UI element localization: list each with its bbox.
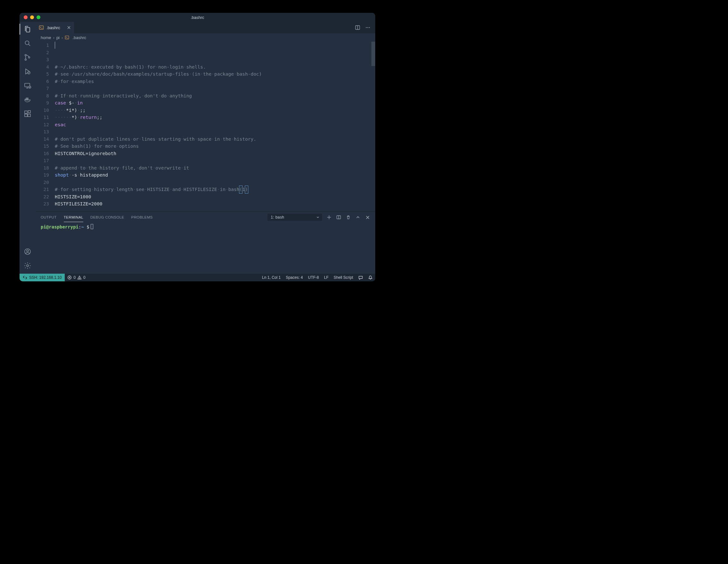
svg-point-18 (27, 250, 29, 252)
code-line[interactable]: case·$-·in (55, 99, 375, 107)
svg-point-27 (369, 27, 370, 28)
svg-point-25 (366, 27, 367, 28)
kill-terminal-icon[interactable] (346, 215, 351, 220)
text-cursor (55, 42, 55, 49)
terminal[interactable]: pi@raspberrypi:~ $ (36, 223, 375, 274)
status-problems[interactable]: 0 0 (65, 274, 88, 281)
code-line[interactable]: HISTFILESIZE=2000 (55, 200, 375, 208)
status-cursor-position[interactable]: Ln 1, Col 1 (260, 274, 283, 281)
scrollbar-thumb[interactable] (371, 42, 375, 66)
close-panel-icon[interactable] (365, 215, 370, 220)
code-line[interactable]: #·If·not·running·interactively,·don't·do… (55, 92, 375, 100)
breadcrumb[interactable]: home › pi › .bashrc (36, 33, 375, 42)
code-line[interactable]: HISTSIZE=1000 (55, 193, 375, 201)
status-indentation[interactable]: Spaces: 4 (283, 274, 305, 281)
svg-point-3 (25, 59, 27, 61)
code-line[interactable]: ······*)·return;; (55, 114, 375, 121)
window-controls (20, 15, 40, 19)
remote-explorer-icon[interactable] (23, 81, 32, 90)
close-window-button[interactable] (24, 15, 28, 19)
code-editor[interactable]: 1234567891011121314151617181920212223 #·… (36, 42, 375, 211)
breadcrumb-seg-pi[interactable]: pi (56, 35, 60, 40)
explorer-icon[interactable] (23, 25, 32, 33)
code-line[interactable] (55, 157, 375, 164)
status-language[interactable]: Shell Script (331, 274, 356, 281)
chevron-right-icon: › (53, 35, 54, 40)
svg-rect-28 (65, 36, 69, 39)
code-line[interactable]: #·append·to·the·history·file,·don't·over… (55, 164, 375, 172)
chevron-down-icon (316, 216, 319, 219)
source-control-icon[interactable] (23, 53, 32, 62)
code-line[interactable] (55, 208, 375, 212)
run-debug-icon[interactable] (23, 67, 32, 76)
svg-point-2 (25, 54, 27, 56)
terminal-selector-label: 1: bash (271, 215, 284, 220)
account-icon[interactable] (23, 247, 32, 256)
docker-icon[interactable] (23, 95, 32, 104)
svg-point-4 (29, 57, 30, 58)
split-editor-icon[interactable] (355, 25, 360, 30)
line-numbers: 1234567891011121314151617181920212223 (36, 42, 55, 211)
panel-tab-output[interactable]: OUTPUT (41, 215, 57, 219)
svg-line-1 (29, 44, 30, 46)
tab-close-icon[interactable] (67, 26, 71, 29)
titlebar[interactable]: .bashrc (20, 13, 375, 22)
maximize-panel-icon[interactable] (355, 215, 360, 220)
svg-point-39 (79, 278, 80, 279)
code-line[interactable]: #·~/.bashrc:·executed·by·bash(1)·for·non… (55, 63, 375, 71)
code-line[interactable]: shopt·-s·histappend (55, 171, 375, 179)
code-line[interactable]: #·for·setting·history·length·see·HISTSIZ… (55, 186, 375, 193)
panel-tab-debug-console[interactable]: DEBUG CONSOLE (90, 215, 124, 219)
code-content[interactable]: #·~/.bashrc:·executed·by·bash(1)·for·non… (55, 42, 375, 211)
status-remote-label: SSH: 192.168.1.10 (29, 275, 62, 280)
minimize-window-button[interactable] (30, 15, 34, 19)
breadcrumb-seg-home[interactable]: home (41, 35, 51, 40)
shell-file-icon (39, 25, 44, 30)
terminal-prompt: pi@raspberrypi:~ $ (41, 224, 89, 229)
code-line[interactable]: #·See·bash(1)·for·more·options (55, 143, 375, 150)
panel-tab-terminal[interactable]: TERMINAL (64, 215, 83, 219)
bottom-panel: OUTPUT TERMINAL DEBUG CONSOLE PROBLEMS 1… (36, 211, 375, 274)
svg-rect-20 (39, 26, 44, 29)
more-actions-icon[interactable] (365, 25, 371, 30)
status-feedback-icon[interactable] (356, 274, 366, 281)
breadcrumb-seg-file[interactable]: .bashrc (72, 35, 86, 40)
code-line[interactable]: #·for·examples (55, 78, 375, 85)
shell-file-icon (65, 35, 69, 40)
extensions-icon[interactable] (23, 110, 32, 118)
svg-rect-16 (28, 111, 30, 113)
status-errors-count: 0 (73, 275, 76, 280)
svg-point-26 (368, 27, 368, 28)
chevron-right-icon: › (62, 35, 63, 40)
code-line[interactable]: esac (55, 121, 375, 129)
activity-bar (20, 22, 36, 274)
panel-tabs: OUTPUT TERMINAL DEBUG CONSOLE PROBLEMS 1… (36, 212, 375, 223)
editor-actions (355, 22, 375, 33)
search-icon[interactable] (23, 39, 32, 47)
code-line[interactable]: #·don't·put·duplicate·lines·or·lines·sta… (55, 136, 375, 143)
tab-bashrc[interactable]: .bashrc (36, 22, 74, 33)
split-terminal-icon[interactable] (336, 215, 341, 220)
status-bar: SSH: 192.168.1.10 0 0 Ln 1, Col 1 Spaces… (20, 274, 375, 281)
status-encoding[interactable]: UTF-8 (305, 274, 321, 281)
window-title: .bashrc (20, 15, 375, 20)
code-line[interactable] (55, 179, 375, 186)
code-line[interactable] (55, 85, 375, 92)
code-line[interactable]: HISTCONTROL=ignoreboth (55, 150, 375, 157)
status-eol[interactable]: LF (321, 274, 331, 281)
code-line[interactable] (55, 128, 375, 136)
code-line[interactable]: ····*i*)·;; (55, 107, 375, 114)
tabs-bar: .bashrc (36, 22, 375, 33)
status-bell-icon[interactable] (366, 274, 375, 281)
svg-rect-12 (27, 98, 28, 99)
maximize-window-button[interactable] (37, 15, 40, 19)
svg-point-19 (27, 265, 29, 267)
terminal-selector[interactable]: 1: bash (268, 214, 322, 221)
panel-tab-problems[interactable]: PROBLEMS (131, 215, 153, 219)
editor-area: .bashrc home › pi › (36, 22, 375, 274)
code-line[interactable]: #·see·/usr/share/doc/bash/examples/start… (55, 71, 375, 78)
terminal-cursor (91, 224, 93, 229)
new-terminal-icon[interactable] (327, 215, 332, 220)
status-remote[interactable]: SSH: 192.168.1.10 (20, 274, 65, 281)
settings-gear-icon[interactable] (23, 261, 32, 270)
